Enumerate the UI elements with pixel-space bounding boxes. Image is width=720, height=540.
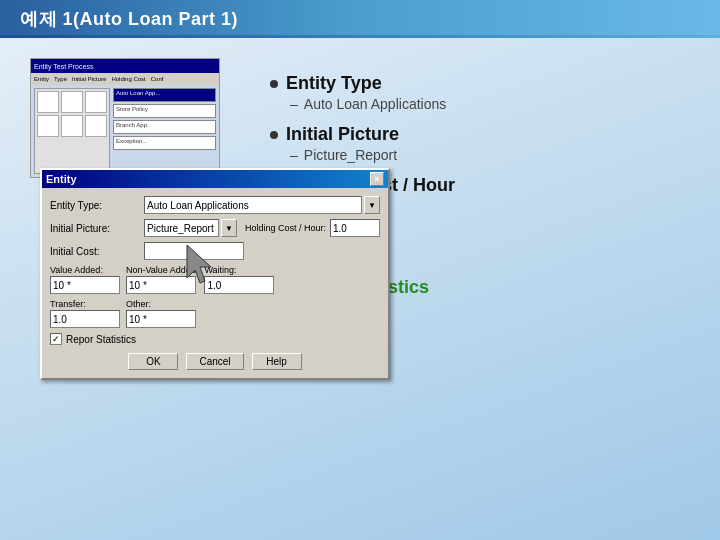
initial-picture-row: Initial Picture: Picture_Report ▼ Holdin…	[50, 219, 380, 237]
mouse-cursor	[185, 243, 220, 288]
dialog-title: Entity	[46, 173, 77, 185]
bullet-value-2: Picture_Report	[304, 147, 397, 163]
transfer-input[interactable]: 1.0	[50, 310, 120, 328]
value-added-field: Value Added: 10 *	[50, 265, 120, 294]
checkbox-row: ✓ Repor Statistics	[50, 333, 380, 345]
ok-button[interactable]: OK	[128, 353, 178, 370]
initial-picture-input[interactable]: Picture_Report	[144, 219, 219, 237]
entity-type-row: Entity Type: Auto Loan Applications ▼	[50, 196, 380, 214]
bullet-sub-1: – Auto Loan Applications	[290, 96, 670, 112]
bullet-sub-2: – Picture_Report	[290, 147, 670, 163]
menu-initial: Initial Picture	[72, 76, 106, 82]
initial-picture-label: Initial Picture:	[50, 223, 140, 234]
bullet-dot-1	[270, 80, 278, 88]
initial-picture-input-group: Picture_Report ▼	[144, 219, 237, 237]
menu-entity: Entity	[34, 76, 49, 82]
report-statistics-checkbox[interactable]: ✓	[50, 333, 62, 345]
preview-grid	[34, 88, 110, 174]
grid-cell	[61, 91, 83, 113]
checkbox-label: Repor Statistics	[66, 334, 136, 345]
bullet-dash-1: –	[290, 96, 298, 112]
bullet-header-2: Initial Picture	[270, 124, 670, 145]
multi-field-row-2: Transfer: 1.0 Other: 10 *	[50, 299, 380, 328]
other-input[interactable]: 10 *	[126, 310, 196, 328]
bullet-initial-picture: Initial Picture – Picture_Report	[270, 124, 670, 163]
bullet-entity-type: Entity Type – Auto Loan Applications	[270, 73, 670, 112]
entity-type-input-group: Auto Loan Applications ▼	[144, 196, 380, 214]
grid-cell	[37, 115, 59, 137]
grid-cell	[61, 115, 83, 137]
holding-cost-label: Holding Cost / Hour:	[245, 223, 326, 233]
preview-title-text: Entity Test Process	[34, 63, 93, 70]
menu-conf: Conf	[151, 76, 164, 82]
transfer-field: Transfer: 1.0	[50, 299, 120, 328]
value-added-input[interactable]: 10 *	[50, 276, 120, 294]
cancel-button[interactable]: Cancel	[186, 353, 243, 370]
menu-holding: Holding Cost	[111, 76, 145, 82]
value-added-label: Value Added:	[50, 265, 120, 275]
entity-type-label: Entity Type:	[50, 200, 140, 211]
bullet-dash-2: –	[290, 147, 298, 163]
help-button[interactable]: Help	[252, 353, 302, 370]
holding-cost-input[interactable]: 1.0	[330, 219, 380, 237]
bullet-dot-2	[270, 131, 278, 139]
preview-menubar: Entity Type Initial Picture Holding Cost…	[31, 73, 219, 85]
bullet-value-1: Auto Loan Applications	[304, 96, 446, 112]
preview-body: Auto Loan App... Store Policy Branch App…	[31, 85, 219, 177]
main-content: Entity Test Process Entity Type Initial …	[0, 38, 720, 540]
preview-titlebar: Entity Test Process	[31, 59, 219, 73]
entity-type-input[interactable]: Auto Loan Applications	[144, 196, 362, 214]
dialog-close-button[interactable]: ×	[370, 172, 384, 186]
initial-picture-dropdown[interactable]: ▼	[221, 219, 237, 237]
other-label: Other:	[126, 299, 196, 309]
dialog-titlebar: Entity ×	[42, 170, 388, 188]
preview-item-4: Exception...	[113, 136, 216, 150]
menu-type: Type	[54, 76, 67, 82]
preview-item-2: Store Policy	[113, 104, 216, 118]
preview-right: Auto Loan App... Store Policy Branch App…	[113, 88, 216, 174]
initial-cost-label: Initial Cost:	[50, 246, 140, 257]
other-field: Other: 10 *	[126, 299, 196, 328]
bullet-header-1: Entity Type	[270, 73, 670, 94]
header-bar: 예제 1(Auto Loan Part 1)	[0, 0, 720, 38]
screenshot-preview: Entity Test Process Entity Type Initial …	[30, 58, 220, 178]
svg-marker-0	[187, 245, 211, 283]
bullet-title-2: Initial Picture	[286, 124, 399, 145]
bullet-title-1: Entity Type	[286, 73, 382, 94]
preview-item-1: Auto Loan App...	[113, 88, 216, 102]
preview-item-3: Branch App.	[113, 120, 216, 134]
transfer-label: Transfer:	[50, 299, 120, 309]
page-title: 예제 1(Auto Loan Part 1)	[20, 7, 238, 31]
left-panel: Entity Test Process Entity Type Initial …	[30, 58, 250, 520]
grid-cell	[85, 91, 107, 113]
grid-cell	[85, 115, 107, 137]
entity-type-dropdown[interactable]: ▼	[364, 196, 380, 214]
button-row: OK Cancel Help	[50, 353, 380, 370]
grid-cell	[37, 91, 59, 113]
